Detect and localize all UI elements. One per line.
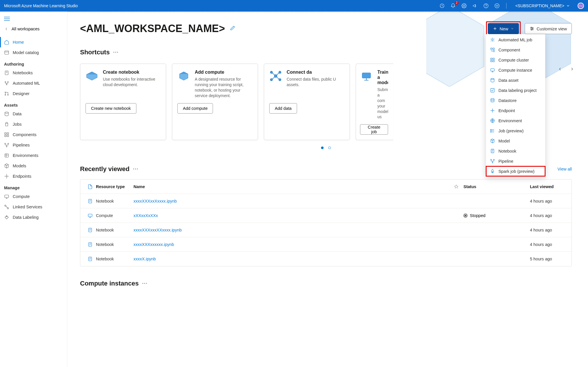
subscription-selector[interactable]: <SUBSCRIPTION_NAME> bbox=[513, 3, 572, 8]
sidebar-item-linked-services[interactable]: Linked Services bbox=[0, 202, 67, 212]
svg-rect-34 bbox=[493, 58, 494, 60]
clock-icon[interactable] bbox=[439, 3, 445, 9]
subscription-name: <SUBSCRIPTION_NAME> bbox=[515, 3, 564, 8]
row-name-link[interactable]: xxxxX.ipynb bbox=[133, 257, 449, 261]
svg-point-53 bbox=[274, 75, 277, 77]
feedback-icon[interactable] bbox=[494, 3, 500, 9]
more-icon[interactable]: ··· bbox=[113, 50, 119, 55]
card-desc: Submit a com your model us bbox=[377, 87, 388, 120]
sidebar-heading-assets: Assets bbox=[0, 99, 67, 109]
svg-point-12 bbox=[5, 92, 6, 93]
table-row[interactable]: Notebook xxxxXXXxxxXXxxxx.ipynb 4 hours … bbox=[80, 223, 572, 237]
table-row[interactable]: Notebook xxxxXXXxxXxxxx.ipynb 4 hours ag… bbox=[80, 194, 572, 208]
card-icon bbox=[177, 70, 190, 82]
topbar-icons: 2 <SUBSCRIPTION_NAME> CU bbox=[439, 3, 584, 9]
sidebar-item-pipelines[interactable]: Pipelines bbox=[0, 140, 67, 150]
more-icon[interactable]: ··· bbox=[133, 166, 138, 172]
all-workspaces-link[interactable]: All workspaces bbox=[0, 24, 67, 34]
new-menu-item[interactable]: Pipeline bbox=[486, 156, 545, 166]
megaphone-icon[interactable] bbox=[472, 3, 478, 9]
pager-dot[interactable] bbox=[328, 147, 331, 149]
card-action-button[interactable]: Create new notebook bbox=[86, 103, 136, 114]
sidebar-item-endpoints[interactable]: Endpoints bbox=[0, 171, 67, 181]
sidebar-item-jobs[interactable]: Jobs bbox=[0, 119, 67, 129]
sidebar-item-models[interactable]: Models bbox=[0, 161, 67, 171]
prev-arrow-icon[interactable] bbox=[556, 65, 564, 73]
sidebar-item-automated-ml[interactable]: Automated ML bbox=[0, 78, 67, 88]
shortcuts-heading: Shortcuts ··· bbox=[80, 49, 572, 56]
main-area: <AML_WORKSPACE_NAME> New Automated ML jo… bbox=[67, 12, 588, 367]
view-all-link[interactable]: View all bbox=[557, 167, 572, 171]
row-last-viewed: 4 hours ago bbox=[530, 228, 567, 232]
compute-instances-heading: Compute instances ··· bbox=[80, 280, 572, 287]
customize-view-button[interactable]: Customize view bbox=[525, 23, 572, 34]
stopped-icon bbox=[463, 214, 468, 218]
user-avatar[interactable]: CU bbox=[578, 3, 584, 9]
card-title: Add compute bbox=[195, 70, 253, 75]
card-action-button[interactable]: Create job bbox=[360, 124, 388, 135]
card-action-button[interactable]: Add compute bbox=[177, 103, 213, 114]
svg-point-13 bbox=[8, 94, 8, 95]
pager-dot-active[interactable] bbox=[321, 147, 324, 149]
svg-rect-8 bbox=[5, 71, 8, 75]
card-icon bbox=[360, 70, 373, 82]
svg-point-3 bbox=[486, 7, 486, 7]
sidebar-item-environments[interactable]: Environments bbox=[0, 150, 67, 161]
svg-point-22 bbox=[6, 146, 7, 147]
card-title
          : Train a mode bbox=[377, 70, 388, 85]
svg-point-5 bbox=[496, 5, 497, 6]
new-menu-item[interactable]: Notebook bbox=[486, 146, 545, 156]
sidebar-item-data[interactable]: Data bbox=[0, 109, 67, 119]
row-name-link[interactable]: xXXxxXxXXx bbox=[133, 213, 449, 218]
sidebar-item-home[interactable]: Home bbox=[0, 37, 67, 47]
sidebar-item-compute[interactable]: Compute bbox=[0, 191, 67, 202]
sidebar-heading-authoring: Authoring bbox=[0, 58, 67, 68]
new-menu-item[interactable]: Automated ML job bbox=[486, 35, 545, 45]
sidebar-item-data-labeling[interactable]: Data Labeling bbox=[0, 212, 67, 223]
table-row[interactable]: Compute xXXxxXxXXx Stopped 4 hours ago bbox=[80, 208, 572, 223]
card-action-button[interactable]: Add data bbox=[269, 103, 297, 114]
new-button[interactable]: New bbox=[488, 23, 519, 34]
svg-point-51 bbox=[532, 28, 533, 29]
row-type-icon bbox=[84, 213, 96, 218]
bell-icon[interactable]: 2 bbox=[450, 3, 456, 9]
svg-rect-62 bbox=[89, 242, 92, 246]
shortcut-cards-row: Create notebook Use notebooks for intera… bbox=[80, 64, 572, 140]
row-resource-type: Notebook bbox=[96, 199, 133, 203]
sidebar-item-components[interactable]: Components bbox=[0, 129, 67, 140]
row-name-link[interactable]: xxxxXXXxxXxxxx.ipynb bbox=[133, 199, 449, 203]
row-resource-type: Notebook bbox=[96, 257, 133, 261]
shortcut-card: Create notebook Use notebooks for intera… bbox=[80, 64, 166, 140]
svg-point-49 bbox=[492, 162, 493, 163]
row-name-link[interactable]: xxxxXXXxxxxxx.ipynb bbox=[133, 242, 449, 247]
row-resource-type: Notebook bbox=[96, 242, 133, 247]
svg-rect-19 bbox=[7, 135, 9, 137]
card-title: Create notebook bbox=[103, 70, 161, 75]
row-status: Stopped bbox=[463, 213, 530, 218]
table-row[interactable]: Notebook xxxxXXXxxxxxx.ipynb 4 hours ago bbox=[80, 237, 572, 252]
sidebar-item-notebooks[interactable]: Notebooks bbox=[0, 68, 67, 78]
svg-rect-23 bbox=[5, 154, 8, 157]
hamburger-icon[interactable] bbox=[0, 15, 67, 24]
new-menu-item[interactable]: Spark job (preview) bbox=[486, 166, 545, 176]
svg-rect-33 bbox=[491, 58, 492, 60]
row-name-link[interactable]: xxxxXXXxxxXXxxxx.ipynb bbox=[133, 228, 449, 232]
table-header: Resource type Name Status Last viewed bbox=[80, 179, 572, 194]
row-last-viewed: 4 hours ago bbox=[530, 199, 567, 203]
carousel-arrows bbox=[556, 65, 576, 73]
svg-point-48 bbox=[494, 159, 494, 160]
row-last-viewed: 4 hours ago bbox=[530, 242, 567, 247]
table-row[interactable]: Notebook xxxxX.ipynb 5 hours ago bbox=[80, 252, 572, 266]
svg-point-21 bbox=[8, 143, 9, 144]
gear-icon[interactable] bbox=[461, 3, 467, 9]
sidebar-item-designer[interactable]: Designer bbox=[0, 88, 67, 99]
sidebar-item-model-catalog[interactable]: Model catalog bbox=[0, 47, 67, 58]
svg-rect-16 bbox=[5, 133, 6, 134]
more-icon[interactable]: ··· bbox=[142, 281, 148, 286]
svg-point-14 bbox=[5, 94, 6, 95]
next-arrow-icon[interactable] bbox=[568, 65, 576, 73]
svg-rect-63 bbox=[89, 257, 92, 261]
sidebar-heading-manage: Manage bbox=[0, 181, 67, 191]
help-icon[interactable] bbox=[483, 3, 489, 9]
edit-title-icon[interactable] bbox=[230, 25, 235, 32]
